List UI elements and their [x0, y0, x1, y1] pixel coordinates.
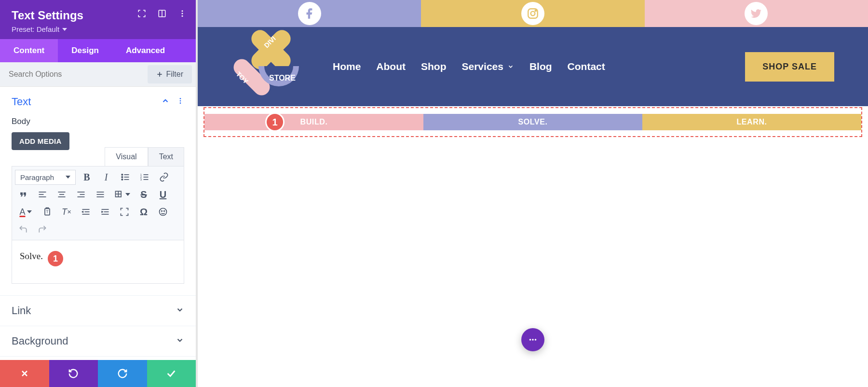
add-media-button[interactable]: ADD MEDIA	[12, 132, 69, 150]
chevron-down-icon	[176, 305, 184, 316]
section-header-text[interactable]: Text	[0, 87, 196, 117]
svg-point-45	[160, 208, 167, 216]
page-canvas: DIVI TOY STORE Home About Shop Services …	[198, 0, 868, 387]
text-color-button[interactable]: A	[15, 204, 36, 220]
underline-button[interactable]: U	[155, 187, 171, 202]
clear-format-button[interactable]: T✕	[58, 204, 75, 220]
panel-footer	[0, 360, 196, 387]
paragraph-label: Paragraph	[20, 173, 54, 181]
svg-point-55	[535, 339, 537, 341]
section-link: Link	[0, 296, 196, 326]
editor-mode-visual[interactable]: Visual	[105, 147, 148, 166]
tab-advanced[interactable]: Advanced	[112, 39, 178, 62]
svg-point-54	[532, 339, 534, 341]
caret-down-icon	[125, 193, 130, 196]
paste-text-button[interactable]: T	[39, 204, 55, 220]
outdent-button[interactable]	[78, 204, 94, 220]
annotation-marker-1: 1	[265, 112, 285, 132]
redo-button[interactable]	[34, 221, 51, 237]
redo-footer-button[interactable]	[98, 360, 147, 387]
social-bar	[198, 0, 868, 27]
tag-learn[interactable]: LEARN.	[642, 114, 861, 130]
link-button[interactable]	[156, 169, 172, 185]
svg-point-2	[182, 10, 183, 12]
svg-point-51	[531, 12, 535, 16]
caret-down-icon	[27, 210, 32, 213]
svg-point-53	[529, 339, 531, 341]
section-text: Text Body ADD MEDIA	[0, 87, 196, 296]
social-cell-instagram[interactable]	[421, 0, 644, 27]
focus-icon[interactable]	[137, 9, 147, 18]
save-button[interactable]	[147, 360, 196, 387]
logo-text-3: STORE	[269, 74, 296, 83]
indent-button[interactable]	[97, 204, 113, 220]
svg-point-7	[180, 98, 181, 99]
tab-design[interactable]: Design	[58, 39, 112, 62]
editor-content-area[interactable]: Solve. 1	[12, 240, 184, 284]
filter-button[interactable]: Filter	[148, 65, 192, 83]
nav-item-about[interactable]: About	[376, 61, 406, 72]
tag-solve[interactable]: SOLVE.	[423, 114, 642, 130]
chevron-up-icon	[161, 97, 170, 107]
panel-header: Text Settings Preset: Default	[0, 0, 196, 39]
nav-item-home[interactable]: Home	[333, 61, 361, 72]
preset-dropdown[interactable]: Preset: Default	[12, 25, 184, 33]
nav-item-contact[interactable]: Contact	[568, 61, 605, 72]
search-input[interactable]	[0, 63, 144, 85]
align-right-button[interactable]	[73, 187, 89, 202]
social-cell-twitter[interactable]	[645, 0, 868, 27]
preset-label: Preset: Default	[12, 25, 59, 33]
editor-mode-text[interactable]: Text	[148, 147, 184, 166]
nav-item-services[interactable]: Services	[462, 61, 514, 72]
shop-sale-button[interactable]: SHOP SALE	[745, 52, 834, 82]
annotation-marker-1: 1	[48, 251, 63, 266]
svg-text:T: T	[46, 209, 49, 214]
svg-point-47	[164, 211, 165, 212]
tag-build[interactable]: BUILD.	[204, 114, 423, 130]
numbered-list-button[interactable]: 123	[136, 169, 153, 185]
section-header-link[interactable]: Link	[0, 296, 196, 326]
facebook-icon	[298, 2, 321, 25]
more-vertical-icon[interactable]	[177, 9, 187, 18]
floating-action-button[interactable]	[521, 328, 544, 351]
social-cell-facebook[interactable]	[198, 0, 421, 27]
undo-footer-button[interactable]	[49, 360, 98, 387]
svg-point-3	[182, 13, 183, 14]
selected-row-outline[interactable]: 1 BUILD. SOLVE. LEARN.	[203, 107, 862, 137]
svg-point-8	[180, 100, 181, 102]
svg-text:3: 3	[140, 178, 142, 181]
svg-point-12	[122, 177, 123, 178]
more-vertical-icon[interactable]	[176, 97, 184, 107]
bullet-list-button[interactable]	[117, 169, 134, 185]
caret-down-icon	[66, 176, 70, 179]
italic-button[interactable]: I	[98, 169, 114, 185]
cancel-button[interactable]	[0, 360, 49, 387]
svg-point-52	[535, 10, 537, 12]
settings-panel: Text Settings Preset: Default Content De…	[0, 0, 198, 387]
fullscreen-button[interactable]	[116, 204, 133, 220]
svg-point-4	[182, 15, 183, 17]
special-char-button[interactable]: Ω	[136, 204, 152, 220]
align-left-button[interactable]	[34, 187, 51, 202]
bold-button[interactable]: B	[79, 169, 95, 185]
nav-item-blog[interactable]: Blog	[529, 61, 552, 72]
align-center-button[interactable]	[54, 187, 70, 202]
search-row: Filter	[0, 62, 196, 87]
panel-tabs: Content Design Advanced	[0, 39, 196, 62]
layout-columns-icon[interactable]	[157, 9, 167, 18]
nav-links: Home About Shop Services Blog Contact	[333, 61, 605, 72]
nav-item-services-label: Services	[462, 61, 503, 72]
instagram-icon	[521, 2, 544, 25]
strikethrough-button[interactable]: S	[136, 187, 152, 202]
blockquote-button[interactable]	[15, 187, 31, 202]
emoji-button[interactable]	[155, 204, 171, 220]
tab-content[interactable]: Content	[0, 39, 58, 62]
undo-button[interactable]	[15, 221, 31, 237]
site-logo[interactable]: DIVI TOY STORE	[231, 35, 309, 98]
paragraph-format-select[interactable]: Paragraph	[15, 170, 76, 185]
section-header-background[interactable]: Background	[0, 326, 196, 356]
align-justify-button[interactable]	[92, 187, 108, 202]
table-button[interactable]	[111, 187, 133, 202]
nav-item-shop[interactable]: Shop	[421, 61, 447, 72]
svg-point-14	[122, 179, 123, 180]
